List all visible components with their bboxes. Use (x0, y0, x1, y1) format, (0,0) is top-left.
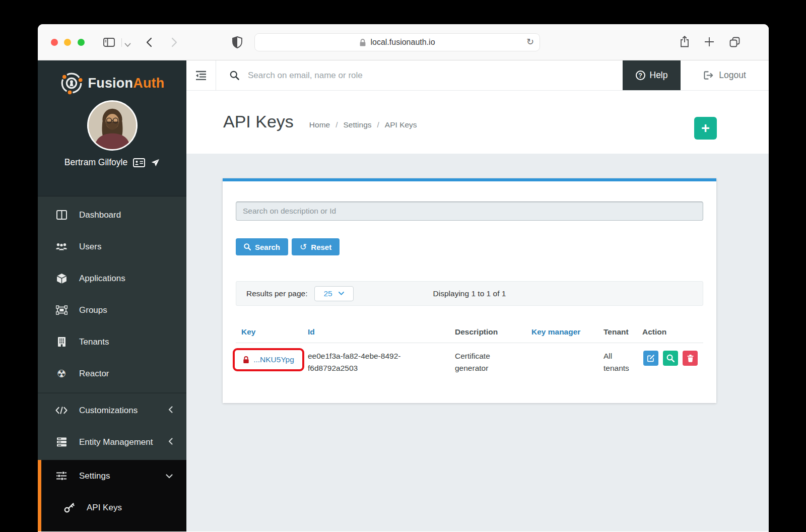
help-button[interactable]: ? Help (623, 60, 681, 90)
radiation-icon: ☢ (55, 368, 68, 379)
page-title: API Keys (223, 112, 294, 131)
back-button[interactable] (144, 36, 156, 50)
search-icon (230, 71, 239, 80)
screenshot-background: local.fusionauth.io ↻ (0, 0, 806, 532)
share-icon[interactable] (679, 35, 691, 50)
edit-pencil-icon (647, 354, 655, 362)
panel-search-input[interactable] (236, 202, 703, 221)
sidebar-item-label: API Keys (87, 503, 122, 513)
edit-key-button[interactable] (643, 351, 658, 366)
sidebar-item-entity-management[interactable]: Entity Management (38, 426, 186, 458)
new-tab-icon[interactable] (704, 36, 715, 49)
key-description-cell: Certificate generator (455, 347, 515, 374)
shield-privacy-icon[interactable] (231, 36, 243, 51)
help-icon: ? (636, 71, 645, 80)
sidebar-item-label: Tenants (79, 337, 109, 347)
logout-icon (703, 71, 714, 80)
minimize-window-button[interactable] (64, 39, 71, 46)
sidebar-nav-groups: Customizations Entity Management (38, 392, 186, 460)
users-icon (55, 242, 68, 251)
forward-button[interactable] (168, 36, 180, 50)
help-button-label: Help (650, 70, 668, 81)
cube-icon (55, 273, 68, 284)
sidebar-item-tenants[interactable]: Tenants (38, 326, 186, 358)
sidebar-item-label: Applications (79, 274, 125, 284)
reset-button-label: Reset (311, 243, 331, 251)
sliders-icon (55, 471, 68, 481)
reload-icon[interactable]: ↻ (526, 36, 534, 47)
zoom-window-button[interactable] (78, 39, 85, 46)
key-link[interactable]: ...NKU5Ypg (253, 355, 294, 364)
sidebar-item-applications[interactable]: Applications (38, 262, 186, 294)
breadcrumb-home[interactable]: Home (309, 120, 330, 129)
global-search (216, 60, 623, 90)
fusionauth-logo-text: FusionAuth (88, 76, 165, 91)
reset-button[interactable]: ↺ Reset (292, 238, 340, 255)
outdent-icon (195, 71, 207, 80)
results-per-page-select[interactable]: 25 (314, 286, 354, 301)
api-keys-panel: Search ↺ Reset Results per page: 25 (223, 178, 716, 403)
add-api-key-button[interactable]: + (694, 117, 717, 140)
sidebar-profile-section: FusionAuth Bert (38, 60, 186, 196)
fusionauth-logo[interactable]: FusionAuth (38, 60, 186, 95)
user-name: Bertram Gilfoyle (64, 157, 127, 168)
lock-icon (243, 356, 249, 364)
view-key-button[interactable] (663, 351, 678, 366)
breadcrumb-settings[interactable]: Settings (344, 120, 372, 129)
logout-button-label: Logout (719, 70, 746, 81)
avatar[interactable] (87, 100, 138, 151)
collapse-menu-button[interactable] (186, 60, 216, 90)
sidebar-item-groups[interactable]: Groups (38, 294, 186, 326)
trash-icon (687, 354, 694, 362)
key-id-cell: ee0e1f3a-fa82-4ebe-8492-f6d8792a2503 (308, 347, 418, 374)
main-area: ? Help Logout API Keys Home / Setting (186, 60, 769, 531)
fusionauth-logo-icon (60, 72, 83, 95)
sidebar-item-label: Settings (79, 471, 110, 481)
column-header-description: Description (455, 327, 531, 337)
chevron-down-icon[interactable] (124, 40, 131, 49)
sidebar-item-customizations[interactable]: Customizations (38, 394, 186, 426)
sidebar: FusionAuth Bert (38, 60, 186, 531)
column-header-id[interactable]: Id (308, 327, 455, 337)
sidebar-item-label: Dashboard (79, 210, 121, 220)
sidebar-item-label: Reactor (79, 369, 109, 379)
building-icon (55, 337, 68, 347)
logout-button[interactable]: Logout (681, 60, 769, 90)
page-header: API Keys Home / Settings / API Keys + (186, 91, 769, 154)
chevron-down-icon (166, 471, 173, 481)
close-window-button[interactable] (51, 39, 58, 46)
reset-icon: ↺ (300, 243, 307, 251)
id-card-icon[interactable] (133, 158, 145, 167)
global-search-input[interactable] (247, 70, 623, 81)
key-annotation-highlight: ...NKU5Ypg (233, 348, 304, 371)
url-text: local.fusionauth.io (370, 38, 435, 47)
column-header-key[interactable]: Key (236, 327, 308, 337)
address-bar[interactable]: local.fusionauth.io ↻ (254, 33, 540, 51)
results-bar: Results per page: 25 Displaying 1 to 1 o… (236, 281, 703, 306)
sidebar-item-settings[interactable]: Settings (41, 460, 186, 492)
sidebar-toggle-icon[interactable] (103, 37, 115, 50)
chevron-left-icon (168, 406, 173, 416)
sidebar-item-users[interactable]: Users (38, 231, 186, 262)
sidebar-item-label: Customizations (79, 406, 138, 416)
sidebar-settings-section: Settings API Keys (38, 460, 186, 531)
tab-overview-icon[interactable] (728, 36, 741, 50)
sidebar-item-label: Groups (79, 305, 107, 315)
sidebar-item-api-keys[interactable]: API Keys (41, 492, 186, 523)
results-per-page-label: Results per page: (246, 289, 308, 298)
key-icon (63, 502, 75, 513)
column-header-action: Action (642, 327, 703, 337)
row-actions (642, 347, 703, 366)
sidebar-item-dashboard[interactable]: Dashboard (38, 199, 186, 231)
table-row: ...NKU5Ypg ee0e1f3a-fa82-4ebe-8492-f6d87… (236, 343, 703, 374)
chevron-left-icon (168, 437, 173, 447)
server-icon (55, 437, 68, 447)
column-header-key-manager[interactable]: Key manager (531, 327, 603, 337)
magnifier-icon (666, 354, 675, 362)
results-per-page-value: 25 (323, 289, 332, 298)
send-icon[interactable] (151, 158, 160, 167)
sidebar-item-reactor[interactable]: ☢ Reactor (38, 358, 186, 389)
search-button[interactable]: Search (236, 238, 288, 255)
content-area: Search ↺ Reset Results per page: 25 (186, 154, 769, 531)
delete-key-button[interactable] (683, 351, 698, 366)
